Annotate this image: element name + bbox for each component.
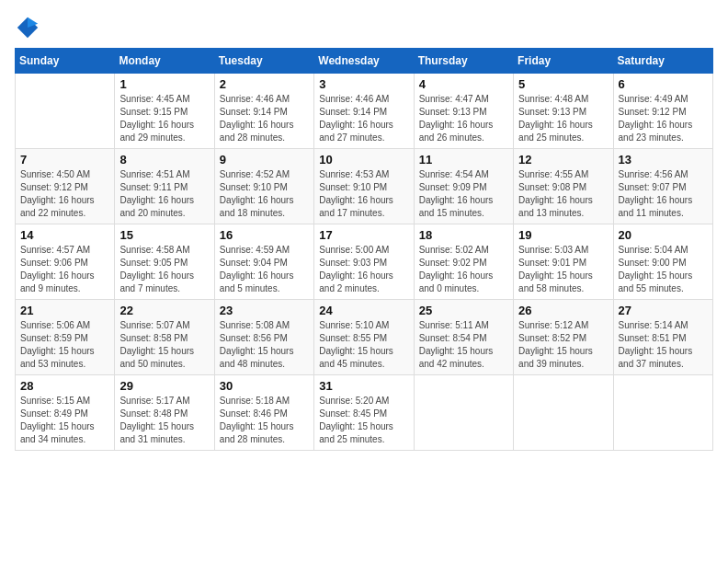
calendar-cell: 7Sunrise: 4:50 AM Sunset: 9:12 PM Daylig…: [16, 149, 115, 224]
logo-icon: [15, 15, 40, 40]
calendar-cell: 17Sunrise: 5:00 AM Sunset: 9:03 PM Dayli…: [314, 224, 414, 300]
calendar-cell: 11Sunrise: 4:54 AM Sunset: 9:09 PM Dayli…: [414, 149, 513, 224]
day-number: 12: [518, 153, 608, 167]
calendar-cell: 19Sunrise: 5:03 AM Sunset: 9:01 PM Dayli…: [514, 224, 613, 300]
day-info: Sunrise: 5:00 AM Sunset: 9:03 PM Dayligh…: [319, 244, 408, 295]
calendar-cell: 3Sunrise: 4:46 AM Sunset: 9:14 PM Daylig…: [314, 74, 414, 149]
day-info: Sunrise: 5:11 AM Sunset: 8:54 PM Dayligh…: [419, 319, 508, 371]
day-number: 18: [419, 228, 508, 242]
day-info: Sunrise: 4:54 AM Sunset: 9:09 PM Dayligh…: [419, 168, 508, 220]
day-info: Sunrise: 5:14 AM Sunset: 8:51 PM Dayligh…: [619, 319, 708, 371]
calendar-cell: 13Sunrise: 4:56 AM Sunset: 9:07 PM Dayli…: [613, 149, 712, 224]
day-number: 16: [220, 228, 309, 242]
day-number: 17: [319, 228, 408, 242]
col-header-sunday: Sunday: [16, 49, 115, 74]
day-info: Sunrise: 5:03 AM Sunset: 9:01 PM Dayligh…: [518, 244, 608, 295]
calendar-cell: 12Sunrise: 4:55 AM Sunset: 9:08 PM Dayli…: [514, 149, 613, 224]
calendar-cell: 1Sunrise: 4:45 AM Sunset: 9:15 PM Daylig…: [115, 74, 214, 149]
day-number: 20: [619, 228, 708, 242]
day-number: 2: [220, 77, 309, 91]
calendar-cell: 14Sunrise: 4:57 AM Sunset: 9:06 PM Dayli…: [16, 224, 115, 300]
col-header-thursday: Thursday: [414, 49, 513, 74]
day-number: 7: [20, 153, 109, 167]
day-number: 21: [20, 304, 109, 317]
day-info: Sunrise: 4:45 AM Sunset: 9:15 PM Dayligh…: [119, 93, 209, 144]
day-number: 23: [220, 304, 309, 317]
day-number: 26: [518, 304, 608, 317]
calendar-cell: 5Sunrise: 4:48 AM Sunset: 9:13 PM Daylig…: [514, 74, 613, 149]
calendar-cell: 2Sunrise: 4:46 AM Sunset: 9:14 PM Daylig…: [214, 74, 313, 149]
day-number: 19: [518, 228, 608, 242]
day-info: Sunrise: 4:58 AM Sunset: 9:05 PM Dayligh…: [119, 244, 209, 295]
day-info: Sunrise: 4:53 AM Sunset: 9:10 PM Dayligh…: [319, 168, 408, 220]
calendar-cell: [414, 375, 513, 451]
day-number: 31: [319, 379, 408, 393]
day-number: 22: [119, 304, 209, 317]
day-number: 15: [119, 228, 209, 242]
calendar-cell: 28Sunrise: 5:15 AM Sunset: 8:49 PM Dayli…: [16, 375, 115, 451]
day-info: Sunrise: 5:12 AM Sunset: 8:52 PM Dayligh…: [518, 319, 608, 371]
day-info: Sunrise: 4:57 AM Sunset: 9:06 PM Dayligh…: [20, 244, 109, 295]
day-info: Sunrise: 5:07 AM Sunset: 8:58 PM Dayligh…: [119, 319, 209, 371]
day-number: 25: [419, 304, 508, 317]
day-info: Sunrise: 5:17 AM Sunset: 8:48 PM Dayligh…: [119, 395, 209, 446]
col-header-friday: Friday: [514, 49, 613, 74]
calendar-cell: 4Sunrise: 4:47 AM Sunset: 9:13 PM Daylig…: [414, 74, 513, 149]
calendar-cell: 29Sunrise: 5:17 AM Sunset: 8:48 PM Dayli…: [115, 375, 214, 451]
day-number: 10: [319, 153, 408, 167]
day-info: Sunrise: 4:48 AM Sunset: 9:13 PM Dayligh…: [518, 93, 608, 144]
calendar-cell: [16, 74, 115, 149]
day-info: Sunrise: 5:18 AM Sunset: 8:46 PM Dayligh…: [220, 395, 309, 446]
day-number: 28: [20, 379, 109, 393]
col-header-wednesday: Wednesday: [314, 49, 414, 74]
col-header-tuesday: Tuesday: [214, 49, 313, 74]
week-row-5: 28Sunrise: 5:15 AM Sunset: 8:49 PM Dayli…: [16, 375, 713, 451]
day-info: Sunrise: 4:52 AM Sunset: 9:10 PM Dayligh…: [220, 168, 309, 220]
calendar-cell: 16Sunrise: 4:59 AM Sunset: 9:04 PM Dayli…: [214, 224, 313, 300]
day-info: Sunrise: 4:46 AM Sunset: 9:14 PM Dayligh…: [220, 93, 309, 144]
day-info: Sunrise: 5:06 AM Sunset: 8:59 PM Dayligh…: [20, 319, 109, 371]
day-number: 11: [419, 153, 508, 167]
calendar-cell: [613, 375, 712, 451]
day-info: Sunrise: 4:50 AM Sunset: 9:12 PM Dayligh…: [20, 168, 109, 220]
col-header-saturday: Saturday: [613, 49, 712, 74]
day-number: 8: [119, 153, 209, 167]
calendar-cell: 27Sunrise: 5:14 AM Sunset: 8:51 PM Dayli…: [613, 300, 712, 375]
calendar-cell: 30Sunrise: 5:18 AM Sunset: 8:46 PM Dayli…: [214, 375, 313, 451]
calendar-cell: 9Sunrise: 4:52 AM Sunset: 9:10 PM Daylig…: [214, 149, 313, 224]
day-number: 14: [20, 228, 109, 242]
logo: [15, 15, 44, 40]
calendar-cell: 26Sunrise: 5:12 AM Sunset: 8:52 PM Dayli…: [514, 300, 613, 375]
day-info: Sunrise: 4:59 AM Sunset: 9:04 PM Dayligh…: [220, 244, 309, 295]
day-number: 24: [319, 304, 408, 317]
day-number: 27: [619, 304, 708, 317]
day-number: 3: [319, 77, 408, 91]
day-info: Sunrise: 5:02 AM Sunset: 9:02 PM Dayligh…: [419, 244, 508, 295]
day-number: 5: [518, 77, 608, 91]
calendar-header-row: SundayMondayTuesdayWednesdayThursdayFrid…: [16, 49, 713, 74]
calendar-cell: 22Sunrise: 5:07 AM Sunset: 8:58 PM Dayli…: [115, 300, 214, 375]
calendar-cell: 15Sunrise: 4:58 AM Sunset: 9:05 PM Dayli…: [115, 224, 214, 300]
day-info: Sunrise: 4:49 AM Sunset: 9:12 PM Dayligh…: [619, 93, 708, 144]
day-info: Sunrise: 4:51 AM Sunset: 9:11 PM Dayligh…: [119, 168, 209, 220]
week-row-1: 1Sunrise: 4:45 AM Sunset: 9:15 PM Daylig…: [16, 74, 713, 149]
week-row-4: 21Sunrise: 5:06 AM Sunset: 8:59 PM Dayli…: [16, 300, 713, 375]
day-number: 9: [220, 153, 309, 167]
day-info: Sunrise: 5:20 AM Sunset: 8:45 PM Dayligh…: [319, 395, 408, 446]
calendar-cell: 24Sunrise: 5:10 AM Sunset: 8:55 PM Dayli…: [314, 300, 414, 375]
day-info: Sunrise: 4:56 AM Sunset: 9:07 PM Dayligh…: [619, 168, 708, 220]
calendar-table: SundayMondayTuesdayWednesdayThursdayFrid…: [15, 48, 713, 451]
col-header-monday: Monday: [115, 49, 214, 74]
week-row-3: 14Sunrise: 4:57 AM Sunset: 9:06 PM Dayli…: [16, 224, 713, 300]
calendar-cell: 21Sunrise: 5:06 AM Sunset: 8:59 PM Dayli…: [16, 300, 115, 375]
day-info: Sunrise: 4:47 AM Sunset: 9:13 PM Dayligh…: [419, 93, 508, 144]
day-info: Sunrise: 5:15 AM Sunset: 8:49 PM Dayligh…: [20, 395, 109, 446]
calendar-cell: 23Sunrise: 5:08 AM Sunset: 8:56 PM Dayli…: [214, 300, 313, 375]
calendar-cell: 31Sunrise: 5:20 AM Sunset: 8:45 PM Dayli…: [314, 375, 414, 451]
page-header: [15, 15, 713, 40]
day-number: 6: [619, 77, 708, 91]
week-row-2: 7Sunrise: 4:50 AM Sunset: 9:12 PM Daylig…: [16, 149, 713, 224]
day-info: Sunrise: 4:55 AM Sunset: 9:08 PM Dayligh…: [518, 168, 608, 220]
day-info: Sunrise: 5:04 AM Sunset: 9:00 PM Dayligh…: [619, 244, 708, 295]
calendar-cell: [514, 375, 613, 451]
